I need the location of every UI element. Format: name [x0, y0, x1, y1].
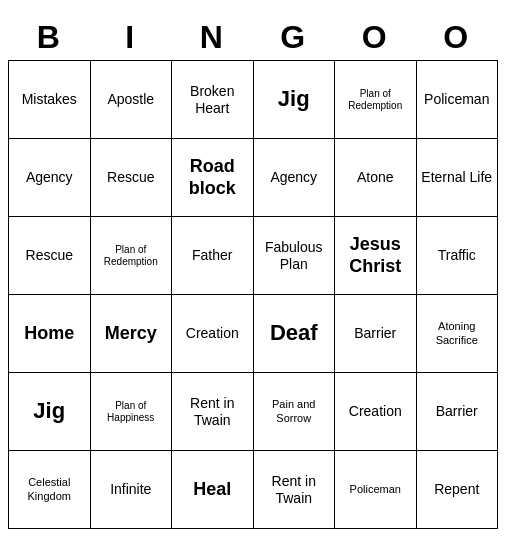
bingo-cell-4-1: Plan of Happiness [90, 373, 172, 451]
bingo-cell-3-5: Atoning Sacrifice [416, 295, 498, 373]
bingo-cell-4-3: Pain and Sorrow [253, 373, 335, 451]
bingo-cell-1-5: Eternal Life [416, 139, 498, 217]
cell-text-1-5: Eternal Life [420, 169, 495, 186]
bingo-row-4: JigPlan of HappinessRent in TwainPain an… [9, 373, 498, 451]
cell-text-4-3: Pain and Sorrow [257, 398, 332, 424]
cell-text-5-5: Repent [420, 481, 495, 498]
bingo-cell-0-2: Broken Heart [172, 61, 254, 139]
bingo-row-0: MistakesApostleBroken HeartJigPlan of Re… [9, 61, 498, 139]
bingo-row-2: RescuePlan of RedemptionFatherFabulous P… [9, 217, 498, 295]
bingo-cell-5-0: Celestial Kingdom [9, 451, 91, 529]
cell-text-2-1: Plan of Redemption [94, 244, 169, 268]
bingo-cell-5-4: Policeman [335, 451, 417, 529]
bingo-cell-1-0: Agency [9, 139, 91, 217]
cell-text-2-3: Fabulous Plan [257, 239, 332, 273]
cell-text-5-0: Celestial Kingdom [12, 476, 87, 502]
cell-text-0-5: Policeman [420, 91, 495, 108]
bingo-cell-0-0: Mistakes [9, 61, 91, 139]
header-col-o-5: O [416, 15, 498, 61]
bingo-cell-0-3: Jig [253, 61, 335, 139]
cell-text-0-0: Mistakes [12, 91, 87, 108]
bingo-cell-0-1: Apostle [90, 61, 172, 139]
cell-text-2-4: Jesus Christ [338, 234, 413, 277]
cell-text-3-5: Atoning Sacrifice [420, 320, 495, 346]
bingo-row-3: HomeMercyCreationDeafBarrierAtoning Sacr… [9, 295, 498, 373]
bingo-cell-3-1: Mercy [90, 295, 172, 373]
cell-text-2-5: Traffic [420, 247, 495, 264]
cell-text-1-2: Road block [175, 156, 250, 199]
cell-text-5-4: Policeman [338, 483, 413, 496]
bingo-cell-2-4: Jesus Christ [335, 217, 417, 295]
bingo-cell-1-3: Agency [253, 139, 335, 217]
bingo-cell-5-2: Heal [172, 451, 254, 529]
bingo-cell-4-2: Rent in Twain [172, 373, 254, 451]
cell-text-4-0: Jig [12, 398, 87, 424]
cell-text-3-0: Home [12, 323, 87, 345]
bingo-cell-3-4: Barrier [335, 295, 417, 373]
bingo-cell-2-5: Traffic [416, 217, 498, 295]
bingo-cell-5-3: Rent in Twain [253, 451, 335, 529]
cell-text-3-2: Creation [175, 325, 250, 342]
bingo-cell-2-1: Plan of Redemption [90, 217, 172, 295]
cell-text-0-1: Apostle [94, 91, 169, 108]
cell-text-4-1: Plan of Happiness [94, 400, 169, 424]
bingo-cell-5-5: Repent [416, 451, 498, 529]
bingo-cell-2-0: Rescue [9, 217, 91, 295]
cell-text-1-3: Agency [257, 169, 332, 186]
cell-text-5-1: Infinite [94, 481, 169, 498]
bingo-row-5: Celestial KingdomInfiniteHealRent in Twa… [9, 451, 498, 529]
cell-text-5-3: Rent in Twain [257, 473, 332, 507]
bingo-cell-4-4: Creation [335, 373, 417, 451]
cell-text-4-2: Rent in Twain [175, 395, 250, 429]
bingo-cell-1-2: Road block [172, 139, 254, 217]
bingo-cell-1-1: Rescue [90, 139, 172, 217]
cell-text-4-4: Creation [338, 403, 413, 420]
header-col-n-2: N [172, 15, 254, 61]
cell-text-2-2: Father [175, 247, 250, 264]
header-col-i-1: I [90, 15, 172, 61]
header-col-g-3: G [253, 15, 335, 61]
cell-text-3-4: Barrier [338, 325, 413, 342]
bingo-cell-3-0: Home [9, 295, 91, 373]
bingo-cell-2-3: Fabulous Plan [253, 217, 335, 295]
bingo-cell-1-4: Atone [335, 139, 417, 217]
cell-text-0-4: Plan of Redemption [338, 88, 413, 112]
bingo-cell-4-5: Barrier [416, 373, 498, 451]
cell-text-4-5: Barrier [420, 403, 495, 420]
bingo-card: BINGOO MistakesApostleBroken HeartJigPla… [8, 15, 498, 529]
cell-text-2-0: Rescue [12, 247, 87, 264]
bingo-cell-4-0: Jig [9, 373, 91, 451]
bingo-cell-3-3: Deaf [253, 295, 335, 373]
cell-text-0-2: Broken Heart [175, 83, 250, 117]
bingo-cell-0-5: Policeman [416, 61, 498, 139]
bingo-cell-5-1: Infinite [90, 451, 172, 529]
cell-text-1-4: Atone [338, 169, 413, 186]
bingo-header: BINGOO [9, 15, 498, 61]
cell-text-3-3: Deaf [257, 320, 332, 346]
header-col-o-4: O [335, 15, 417, 61]
bingo-cell-2-2: Father [172, 217, 254, 295]
cell-text-1-1: Rescue [94, 169, 169, 186]
cell-text-0-3: Jig [257, 86, 332, 112]
header-col-b-0: B [9, 15, 91, 61]
cell-text-1-0: Agency [12, 169, 87, 186]
cell-text-5-2: Heal [175, 479, 250, 501]
bingo-cell-0-4: Plan of Redemption [335, 61, 417, 139]
cell-text-3-1: Mercy [94, 323, 169, 345]
bingo-row-1: AgencyRescueRoad blockAgencyAtoneEternal… [9, 139, 498, 217]
bingo-cell-3-2: Creation [172, 295, 254, 373]
